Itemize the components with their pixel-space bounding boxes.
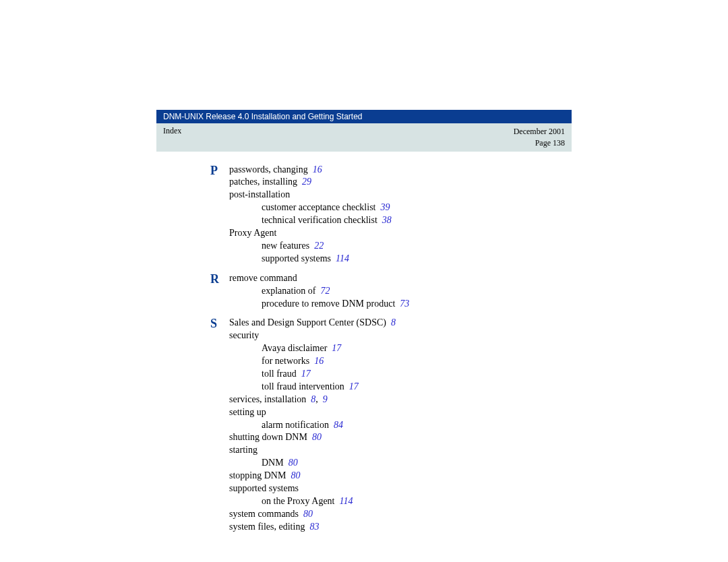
entry-text: security: [229, 330, 259, 340]
entry-text: new features: [262, 241, 309, 251]
page-ref-link[interactable]: 38: [382, 215, 392, 225]
doc-date: December 2001: [514, 127, 565, 136]
entry-text: customer acceptance checklist: [262, 202, 375, 212]
index-entry: customer acceptance checklist 39: [229, 201, 572, 214]
page-ref-link[interactable]: 29: [302, 177, 311, 187]
index-section: SSales and Design Support Center (SDSC) …: [210, 317, 572, 533]
entry-text: setting up: [229, 407, 266, 417]
index-entry: Avaya disclaimer 17: [229, 342, 572, 355]
index-entry: remove command: [229, 272, 572, 285]
entry-text: supported systems: [262, 253, 331, 263]
entry-text: for networks: [262, 356, 309, 366]
page-ref-link[interactable]: 16: [313, 164, 322, 175]
entry-text: Proxy Agent: [229, 228, 276, 238]
index-entry: post-installation: [229, 189, 572, 201]
index-entry: setting up: [229, 406, 572, 419]
entry-text: starting: [229, 445, 257, 455]
entry-text: Avaya disclaimer: [262, 343, 327, 353]
index-entry: alarm notification 84: [229, 419, 572, 432]
entry-text: shutting down DNM: [229, 432, 307, 442]
page-ref-link[interactable]: 80: [289, 458, 298, 468]
entry-text: toll fraud intervention: [262, 381, 344, 392]
entry-text: stopping DNM: [229, 470, 286, 480]
entry-text: technical verification checklist: [262, 215, 377, 225]
index-entry: procedure to remove DNM product 73: [229, 298, 572, 311]
section-letter: S: [210, 317, 229, 331]
index-entry: supported systems: [229, 482, 572, 495]
entry-text: explanation of: [262, 286, 315, 296]
page-ref-link[interactable]: 39: [380, 202, 390, 212]
page-number: Page 138: [535, 138, 565, 148]
index-entry: services, installation 8, 9: [229, 394, 572, 406]
page-ref-link[interactable]: 80: [312, 432, 322, 442]
index-entry: shutting down DNM 80: [229, 431, 572, 444]
index-entry: DNM 80: [229, 457, 572, 470]
index-entry: system commands 80: [229, 508, 572, 521]
section-letter: P: [210, 164, 229, 178]
ref-separator: ,: [315, 394, 323, 404]
entry-text: remove command: [229, 273, 297, 283]
section-entries: remove commandexplanation of 72procedure…: [229, 272, 572, 311]
entry-text: toll fraud: [262, 369, 297, 379]
page-ref-link[interactable]: 83: [309, 522, 319, 532]
index-section: Ppasswords, changing 16patches, installi…: [210, 164, 572, 266]
sub-header-bar: Index December 2001 Page 138: [156, 123, 572, 152]
page-ref-link[interactable]: 73: [400, 299, 409, 309]
section-label: Index: [163, 126, 181, 136]
page-ref-link[interactable]: 17: [301, 369, 311, 379]
index-entry: Proxy Agent: [229, 227, 572, 240]
page-ref-link[interactable]: 80: [303, 509, 313, 519]
index-entry: starting: [229, 444, 572, 457]
index-entry: security: [229, 330, 572, 342]
document-page: DNM-UNIX Release 4.0 Installation and Ge…: [156, 110, 572, 540]
index-entry: supported systems 114: [229, 253, 572, 266]
index-entry: for networks 16: [229, 355, 572, 368]
entry-text: patches, installing: [229, 177, 297, 187]
entry-text: system files, editing: [229, 522, 305, 532]
entry-text: on the Proxy Agent: [262, 496, 335, 506]
header-right: December 2001 Page 138: [514, 126, 565, 149]
entry-text: supported systems: [229, 483, 299, 493]
doc-title: DNM-UNIX Release 4.0 Installation and Ge…: [163, 112, 362, 121]
index-entry: on the Proxy Agent 114: [229, 495, 572, 508]
page-ref-link[interactable]: 17: [349, 381, 359, 392]
page-ref-link[interactable]: 114: [336, 253, 349, 263]
page-ref-link[interactable]: 22: [314, 241, 324, 251]
index-entry: patches, installing 29: [229, 176, 572, 189]
index-entry: technical verification checklist 38: [229, 214, 572, 227]
index-entry: toll fraud 17: [229, 368, 572, 381]
entry-text: post-installation: [229, 189, 290, 199]
index-entry: Sales and Design Support Center (SDSC) 8: [229, 317, 572, 330]
entry-text: services, installation: [229, 394, 306, 404]
page-ref-link[interactable]: 114: [340, 496, 353, 506]
page-ref-link[interactable]: 80: [291, 470, 300, 480]
section-entries: Sales and Design Support Center (SDSC) 8…: [229, 317, 572, 533]
entry-text: alarm notification: [262, 420, 329, 430]
entry-text: procedure to remove DNM product: [262, 299, 395, 309]
index-section: Rremove commandexplanation of 72procedur…: [210, 272, 572, 311]
entry-text: passwords, changing: [229, 164, 308, 175]
page-ref-link[interactable]: 8: [391, 317, 396, 327]
index-entry: stopping DNM 80: [229, 470, 572, 482]
index-entry: passwords, changing 16: [229, 164, 572, 177]
page-ref-link[interactable]: 84: [334, 420, 343, 430]
section-letter: R: [210, 272, 229, 286]
section-entries: passwords, changing 16patches, installin…: [229, 164, 572, 266]
page-ref-link[interactable]: 9: [323, 394, 328, 404]
entry-text: Sales and Design Support Center (SDSC): [229, 317, 386, 327]
page-ref-link[interactable]: 17: [332, 343, 341, 353]
index-entry: toll fraud intervention 17: [229, 381, 572, 394]
page-ref-link[interactable]: 16: [314, 356, 324, 366]
page-ref-link[interactable]: 72: [320, 286, 330, 296]
index-body: Ppasswords, changing 16patches, installi…: [210, 164, 572, 534]
entry-text: system commands: [229, 509, 299, 519]
index-entry: new features 22: [229, 240, 572, 253]
index-entry: explanation of 72: [229, 285, 572, 298]
entry-text: DNM: [262, 458, 284, 468]
title-bar: DNM-UNIX Release 4.0 Installation and Ge…: [156, 110, 572, 123]
index-entry: system files, editing 83: [229, 521, 572, 534]
